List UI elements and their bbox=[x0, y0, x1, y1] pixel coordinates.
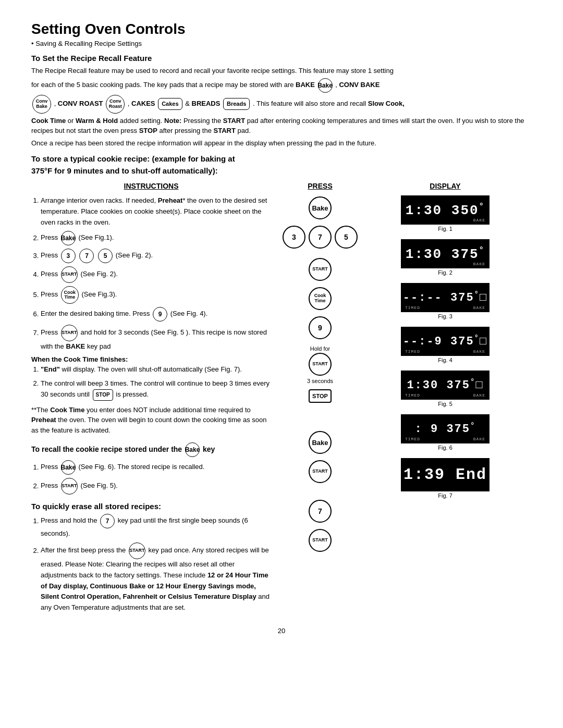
fig3-display: --:-- 375°□ BAKE TIMED Fig. 3 bbox=[401, 283, 489, 327]
press-btn-7: 7 bbox=[309, 226, 332, 249]
nine-btn-inline: 9 bbox=[153, 307, 167, 322]
erase-section: To quickly erase all stored recipes: Pre… bbox=[31, 502, 271, 613]
press-start-btn-erase2: START bbox=[309, 529, 332, 552]
convbake-badge: ConvBake bbox=[32, 95, 51, 114]
instructions-list: Arrange interior oven racks. If needed, … bbox=[31, 195, 271, 352]
intro-para-2: for each of the 5 basic cooking pads. Th… bbox=[31, 78, 532, 93]
five-btn-inline: 5 bbox=[98, 249, 113, 263]
press-bake-step2: Bake bbox=[308, 195, 333, 220]
subtitle: Saving & Recalling Recipe Settings bbox=[31, 40, 532, 47]
press-cooktime-btn: Cook Time bbox=[309, 287, 332, 310]
lcd-fig5: 1:30 375°□ BAKE TIMED bbox=[401, 371, 489, 400]
press-column: PRESS Bake 3 7 5 START Cook Time 9 bbox=[282, 182, 359, 616]
example-heading-text: To store a typical cookie recipe: (examp… bbox=[31, 154, 235, 163]
bake-btn-inline-2: Bake bbox=[61, 231, 76, 245]
example-heading: To store a typical cookie recipe: (examp… bbox=[31, 153, 532, 177]
press-row-357: 3 7 5 bbox=[282, 225, 359, 250]
bake-badge-inline: Bake bbox=[318, 78, 333, 93]
recall-heading: To recall the cookie recipe stored under… bbox=[31, 442, 271, 457]
lcd-fig2: 1:30 375° BAKE bbox=[401, 239, 489, 268]
lcd-fig4-text: --:-9 375°□ bbox=[403, 334, 487, 348]
instruction-3: Press 3 7 5 (See Fig. 2). bbox=[41, 249, 271, 263]
instructions-column: INSTRUCTIONS Arrange interior oven racks… bbox=[31, 182, 282, 616]
display-column: DISPLAY 1:30 350° BAKE Fig. 1 1:30 375° … bbox=[359, 182, 532, 616]
lcd-fig4: --:-9 375°□ BAKE TIMED bbox=[401, 327, 489, 356]
fig5-display: 1:30 375°□ BAKE TIMED Fig. 5 bbox=[401, 371, 489, 414]
recipe-recall-heading: To Set the Recipe Recall Feature bbox=[31, 54, 532, 63]
instruction-7: Press START and hold for 3 seconds (See … bbox=[41, 325, 271, 352]
cook-time-item-1: "End" will display. The oven will shut-o… bbox=[41, 364, 271, 375]
recall-section: To recall the cookie recipe stored under… bbox=[31, 442, 271, 495]
bake-btn-recall1: Bake bbox=[61, 460, 76, 475]
press-bake-recall1: Bake bbox=[308, 430, 333, 455]
press-start-btn-recall2: START bbox=[309, 460, 332, 483]
example-heading-text2: 375°F for 9 minutes and to shut-off auto… bbox=[31, 166, 218, 175]
recall-item-1: Press Bake (See Fig. 6). The stored reci… bbox=[41, 460, 271, 475]
press-bake-btn: Bake bbox=[309, 196, 332, 219]
erase-item-1: Press and hold the 7 key pad until the f… bbox=[41, 514, 271, 539]
press-start-recall2: START bbox=[308, 459, 333, 484]
press-seven-erase: 7 bbox=[308, 499, 333, 524]
seven-btn-erase: 7 bbox=[100, 514, 115, 528]
lcd-fig6-text: : 9 375° bbox=[415, 422, 476, 436]
bake-badge-recall: Bake bbox=[185, 442, 200, 457]
start-btn-erase: START bbox=[129, 542, 145, 559]
press-holdfor-label: Hold for bbox=[310, 346, 331, 352]
lcd-fig4-timed: TIMED bbox=[405, 349, 420, 354]
lcd-fig4-bake: BAKE bbox=[473, 349, 485, 354]
press-btn-9: 9 bbox=[309, 316, 332, 339]
press-start-btn-4: START bbox=[309, 258, 332, 281]
lcd-fig7-text: 1:39 End bbox=[403, 466, 487, 484]
intro-para-4: Cook Time or Warm & Hold added setting. … bbox=[31, 116, 532, 136]
instruction-6: Enter the desired baking time. Press 9 (… bbox=[41, 307, 271, 322]
recall-item-2: Press START (See Fig. 5). bbox=[41, 478, 271, 495]
page-number: 20 bbox=[31, 627, 532, 635]
lcd-fig3-timed: TIMED bbox=[405, 305, 420, 310]
intro-text-1: The Recipe Recall feature may be used to… bbox=[31, 67, 394, 75]
cooktime-note: **The Cook Time you enter does NOT inclu… bbox=[31, 405, 271, 436]
fig1-label: Fig. 1 bbox=[438, 226, 452, 232]
lcd-fig6-bake: BAKE bbox=[473, 437, 485, 441]
press-nine-step6: 9 bbox=[308, 315, 333, 340]
fig5-label: Fig. 5 bbox=[438, 401, 452, 407]
fig6-label: Fig. 6 bbox=[438, 445, 452, 451]
erase-heading: To quickly erase all stored recipes: bbox=[31, 502, 271, 511]
lcd-fig1: 1:30 350° BAKE bbox=[401, 195, 489, 225]
lcd-fig1-text: 1:30 350° bbox=[406, 202, 485, 218]
instruction-1: Arrange interior oven racks. If needed, … bbox=[41, 195, 271, 228]
cakes-badge: Cakes bbox=[158, 98, 182, 110]
instruction-2: Press Bake (See Fig.1). bbox=[41, 231, 271, 245]
lcd-fig6-timed: TIMED bbox=[405, 437, 420, 441]
fig4-label: Fig. 4 bbox=[438, 357, 452, 363]
instructions-header: INSTRUCTIONS bbox=[31, 182, 271, 190]
press-start-btn-7: START bbox=[309, 353, 332, 376]
start-btn-inline-4: START bbox=[61, 266, 78, 283]
intro-para-3: ConvBake , CONV ROAST ConvRoast , CAKES … bbox=[31, 95, 532, 114]
lcd-fig3-bake: BAKE bbox=[473, 305, 485, 310]
fig2-display: 1:30 375° BAKE Fig. 2 bbox=[401, 239, 489, 283]
fig7-display: 1:39 End Fig. 7 bbox=[401, 458, 489, 506]
lcd-fig1-bake: BAKE bbox=[473, 218, 485, 223]
start-btn-recall: START bbox=[61, 478, 78, 495]
press-3sec-label: 3 seconds bbox=[307, 378, 333, 384]
cook-time-finishes-heading: When the Cook Time finishes: bbox=[31, 355, 271, 363]
erase-list: Press and hold the 7 key pad until the f… bbox=[31, 514, 271, 613]
lcd-fig3-text: --:-- 375°□ bbox=[403, 290, 487, 304]
cook-time-item-2: The control will beep 3 times. The contr… bbox=[41, 378, 271, 401]
press-cooktime-step5: Cook Time bbox=[308, 286, 333, 311]
intro-para-1: The Recipe Recall feature may be used to… bbox=[31, 66, 532, 76]
display-header: DISPLAY bbox=[430, 182, 460, 190]
page-title: Setting Oven Controls bbox=[31, 21, 532, 38]
three-column-layout: INSTRUCTIONS Arrange interior oven racks… bbox=[31, 182, 532, 616]
press-bake-btn-recall1: Bake bbox=[309, 431, 332, 454]
lcd-fig3: --:-- 375°□ BAKE TIMED bbox=[401, 283, 489, 312]
press-stop-btn: STOP bbox=[309, 389, 332, 403]
intro-para-5: Once a recipe has been stored the recipe… bbox=[31, 138, 532, 149]
lcd-fig2-bake: BAKE bbox=[473, 262, 485, 266]
fig1-display: 1:30 350° BAKE Fig. 1 bbox=[401, 195, 489, 239]
stop-btn-inline: STOP bbox=[93, 389, 113, 401]
press-hold-step7: Hold for START 3 seconds bbox=[307, 344, 333, 384]
press-header: PRESS bbox=[308, 182, 332, 190]
fig4-display: --:-9 375°□ BAKE TIMED Fig. 4 bbox=[401, 327, 489, 371]
press-start-erase2: START bbox=[308, 528, 333, 553]
